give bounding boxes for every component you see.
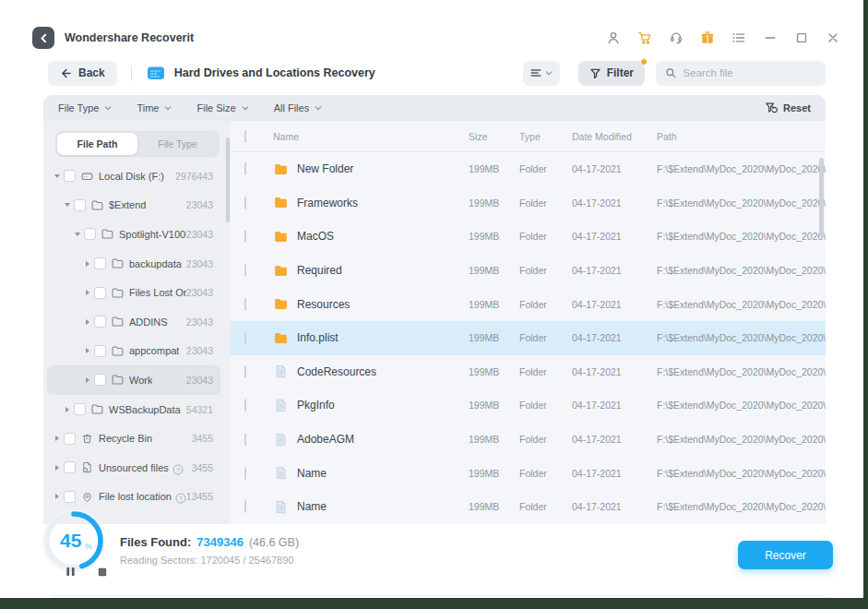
file-size: 199MB [469,299,519,310]
checkbox[interactable] [94,316,106,328]
file-path: F:\$Extend\MyDoc_2020\MyDoc_2020\M... [657,299,826,310]
column-header-path[interactable]: Path [657,131,826,142]
sidebar-scrollbar[interactable] [226,137,230,222]
file-size: 199MB [469,265,519,276]
checkbox[interactable] [94,287,106,299]
checkbox[interactable] [94,257,106,269]
help-icon[interactable]: ? [175,491,186,502]
tree-item-unsourced-files[interactable]: ? Unsourced files ? 3455 [47,453,220,483]
table-row[interactable]: Required 199MB Folder 04-17-2021 F:\$Ext… [231,254,826,288]
checkbox[interactable] [74,403,86,415]
progress-percent-sign: % [85,542,92,551]
select-all-checkbox[interactable] [244,130,246,143]
menu-icon[interactable] [731,30,746,46]
table-row[interactable]: AdobeAGM 199MB Folder 04-17-2021 F:\$Ext… [231,423,826,457]
checkbox[interactable] [64,170,76,182]
close-icon[interactable] [825,30,840,46]
filter-bar: File TypeTimeFile SizeAll Files Reset [43,95,826,121]
files-found-label: Files Found: [120,535,191,549]
filter-dropdown-all-files[interactable]: All Files [274,102,323,113]
checkbox[interactable] [244,365,246,378]
tree-item-appcompat[interactable]: appcompat 23043 [47,337,220,366]
file-type: Folder [519,366,572,377]
file-icon [273,398,289,413]
checkbox[interactable] [244,197,246,209]
user-icon[interactable] [605,30,621,46]
tree-item-spotlight-v10000[interactable]: Spotlight-V10000... 23043 [47,220,220,249]
checkbox[interactable] [244,162,246,175]
table-row[interactable]: Resources 199MB Folder 04-17-2021 F:\$Ex… [231,287,826,321]
checkbox[interactable] [94,345,106,357]
table-row[interactable]: Name 199MB Folder 04-17-2021 F:\$Extend\… [231,456,826,490]
tree-item-wsbackupdata[interactable]: WSBackupData 54321 [47,395,220,424]
collapse-arrow-icon[interactable] [53,465,62,471]
cart-icon[interactable] [636,30,652,46]
sort-menu-button[interactable] [523,61,560,86]
reset-button[interactable]: Reset [765,102,811,114]
checkbox[interactable] [244,298,246,311]
filter-dropdown-file-type[interactable]: File Type [58,102,112,113]
checkbox[interactable] [74,199,86,211]
checkbox[interactable] [244,433,246,446]
tree-item-recycle-bin[interactable]: Recycle Bin 3455 [47,424,220,453]
checkbox[interactable] [94,374,106,386]
sidebar-tab-file-type[interactable]: File Type [137,133,218,155]
checkbox[interactable] [64,491,76,503]
column-header-type[interactable]: Type [519,131,572,142]
column-header-name[interactable]: Name [273,131,469,142]
collapse-arrow-icon[interactable] [83,377,92,383]
tree-item-files-lost-origri[interactable]: Files Lost Origri... 23043 [47,278,220,307]
minimize-icon[interactable] [762,30,778,46]
collapse-arrow-icon[interactable] [83,348,92,353]
collapse-arrow-icon[interactable] [53,436,62,441]
collapse-arrow-icon[interactable] [83,261,92,267]
table-scrollbar[interactable] [819,158,824,237]
filter-button[interactable]: Filter [578,61,645,86]
table-row[interactable]: Name 199MB Folder 04-17-2021 F:\$Extend\… [231,490,826,524]
stop-button[interactable] [98,567,107,577]
help-icon[interactable]: ? [172,462,184,473]
gift-icon[interactable] [699,30,715,46]
expand-arrow-icon[interactable] [63,203,72,207]
checkbox[interactable] [244,331,246,344]
table-row[interactable]: New Folder 199MB Folder 04-17-2021 F:\$E… [231,152,826,186]
tree-item-addins[interactable]: ADDINS 23043 [47,307,220,337]
table-row[interactable]: MacOS 199MB Folder 04-17-2021 F:\$Extend… [231,220,826,254]
file-date-modified: 04-17-2021 [572,468,657,479]
column-header-date-modified[interactable]: Date Modified [572,131,657,142]
table-row[interactable]: Info.plist 199MB Folder 04-17-2021 F:\$E… [231,321,826,355]
back-button[interactable]: Back [48,61,117,86]
file-size: 199MB [469,400,519,411]
pause-button[interactable] [65,567,76,577]
sidebar-tab-file-path[interactable]: File Path [57,133,137,155]
table-row[interactable]: PkgInfo 199MB Folder 04-17-2021 F:\$Exte… [231,388,826,423]
expand-arrow-icon[interactable] [73,233,82,236]
tree-item-backupdata[interactable]: backupdata 23043 [47,249,220,279]
collapse-arrow-icon[interactable] [53,494,62,499]
table-row[interactable]: Frameworks 199MB Folder 04-17-2021 F:\$E… [231,186,826,221]
search-input[interactable] [683,67,816,78]
checkbox[interactable] [244,230,246,243]
recover-button[interactable]: Recover [738,541,833,569]
checkbox[interactable] [244,399,246,412]
checkbox[interactable] [64,433,76,445]
location-pin-icon [80,490,94,504]
support-icon[interactable] [668,30,684,46]
column-header-size[interactable]: Size [469,131,519,142]
filter-dropdown-time[interactable]: Time [137,102,172,113]
collapse-arrow-icon[interactable] [83,290,92,295]
tree-item-work[interactable]: Work 23043 [47,365,220,395]
checkbox[interactable] [84,228,96,240]
tree-item-local-disk-f[interactable]: Local Disk (F:) 2976443 [47,161,220,191]
maximize-icon[interactable] [793,30,809,46]
tree-item-extend[interactable]: $Extend 23043 [47,191,220,221]
checkbox[interactable] [244,500,246,513]
checkbox[interactable] [64,461,76,473]
collapse-arrow-icon[interactable] [63,407,72,412]
table-row[interactable]: CodeResources 199MB Folder 04-17-2021 F:… [231,355,826,389]
filter-dropdown-file-size[interactable]: File Size [196,102,248,113]
checkbox[interactable] [244,264,246,277]
collapse-arrow-icon[interactable] [83,319,92,325]
expand-arrow-icon[interactable] [53,174,62,178]
checkbox[interactable] [244,467,246,480]
